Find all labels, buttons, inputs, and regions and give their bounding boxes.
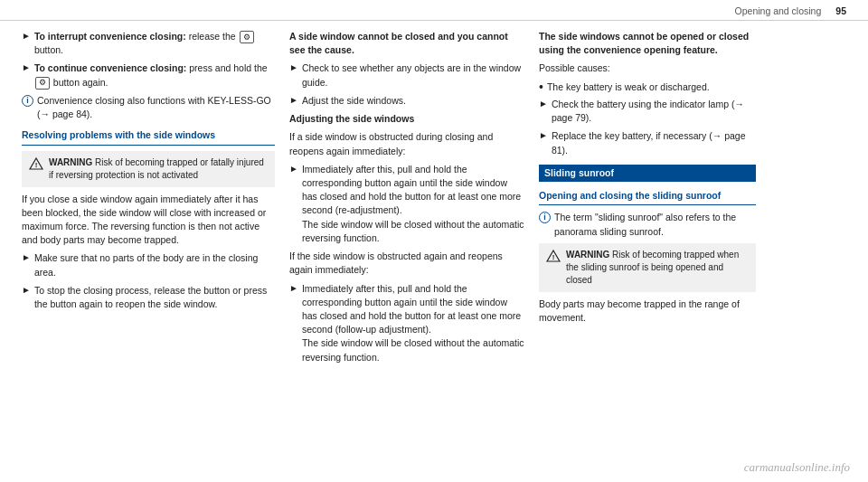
- info-icon-1: i: [22, 95, 33, 107]
- arrow-icon-7: ►: [289, 163, 298, 245]
- main-content: ► To interrupt convenience closing: rele…: [0, 21, 868, 474]
- section-opening-closing: Opening and closing the sliding sunroof: [539, 189, 756, 205]
- dot-icon-1: •: [539, 80, 543, 94]
- svg-text:!: !: [35, 161, 38, 169]
- mid-bullet-1: ► Check to see whether any objects are i…: [289, 61, 524, 89]
- mid-body-2: If the side window is obstructed again a…: [289, 250, 524, 277]
- warning-triangle-icon-2: !: [546, 250, 561, 262]
- arrow-icon-8: ►: [289, 282, 298, 364]
- right-arrow-1: ► Check the battery using the indicator …: [539, 98, 756, 125]
- right-dot-bullet: • The key battery is weak or discharged.: [539, 80, 756, 94]
- right-body-text: Body parts may become trapped in the ran…: [539, 298, 756, 325]
- mid-heading-bold: A side window cannot be closed and you c…: [289, 31, 508, 55]
- info-keyless: i Convenience closing also functions wit…: [22, 94, 275, 121]
- mid-bullet-2: ► Adjust the side windows.: [289, 94, 524, 108]
- info-keyless-text: Convenience closing also functions with …: [37, 94, 275, 121]
- arrow-icon-9: ►: [539, 98, 548, 125]
- sub-bullet-2-text: To stop the closing process, release the…: [34, 284, 275, 311]
- sub-bullet-1: ► Make sure that no parts of the body ar…: [22, 251, 275, 279]
- possible-causes-label: Possible causes:: [539, 61, 756, 75]
- page-number: 95: [835, 5, 846, 16]
- right-dot-text: The key battery is weak or discharged.: [547, 80, 710, 94]
- mid-arrow-2: ► Immediately after this, pull and hold …: [289, 282, 524, 364]
- mid-arrow-2-text: Immediately after this, pull and hold th…: [302, 282, 524, 364]
- arrow-icon-5: ►: [289, 61, 298, 89]
- arrow-icon-2: ►: [22, 61, 31, 89]
- right-arrow-2-text: Replace the key battery, if necessary (→…: [552, 129, 756, 156]
- warning-bold-1: WARNING: [49, 157, 92, 167]
- continue-text: To continue convenience closing: press a…: [34, 61, 275, 89]
- arrow-icon-4: ►: [22, 284, 31, 311]
- warning-box-1: ! WARNING Risk of becoming trapped or fa…: [22, 151, 275, 187]
- mid-bullet-2-text: Adjust the side windows.: [302, 94, 406, 108]
- warning-text-1: WARNING Risk of becoming trapped or fata…: [49, 156, 268, 182]
- arrow-icon-3: ►: [22, 251, 31, 279]
- section-label: Opening and closing: [735, 5, 822, 16]
- watermark: carmanualsonline.info: [744, 460, 850, 475]
- info-sliding: i The term "sliding sunroof" also refers…: [539, 211, 756, 238]
- key-button-2: ⚙: [35, 77, 50, 90]
- right-arrow-1-text: Check the battery using the indicator la…: [552, 98, 756, 125]
- adjusting-heading-bold: Adjusting the side windows: [289, 113, 414, 124]
- sub-bullet-2: ► To stop the closing process, release t…: [22, 284, 275, 311]
- body-paragraph-1: If you close a side window again immedia…: [22, 193, 275, 248]
- continue-bold: To continue convenience closing:: [34, 62, 186, 73]
- warning-triangle-icon-1: !: [29, 157, 43, 170]
- arrow-icon-10: ►: [539, 129, 548, 156]
- col-mid: A side window cannot be closed and you c…: [289, 30, 524, 467]
- arrow-icon-6: ►: [289, 94, 298, 108]
- info-icon-2: i: [539, 212, 551, 223]
- adjusting-heading: Adjusting the side windows: [289, 112, 524, 126]
- mid-arrow-1: ► Immediately after this, pull and hold …: [289, 163, 524, 245]
- key-button-1: ⚙: [240, 31, 254, 43]
- mid-heading: A side window cannot be closed and you c…: [289, 30, 524, 57]
- interrupt-text: To interrupt convenience closing: releas…: [34, 30, 275, 57]
- bullet-interrupt: ► To interrupt convenience closing: rele…: [22, 30, 275, 57]
- page-container: Opening and closing 95 ► To interrupt co…: [0, 0, 868, 482]
- sub-bullet-1-text: Make sure that no parts of the body are …: [34, 251, 275, 279]
- mid-body-1: If a side window is obstructed during cl…: [289, 130, 524, 157]
- mid-arrow-1-text: Immediately after this, pull and hold th…: [302, 163, 524, 245]
- section-resolving: Resolving problems with the side windows: [22, 128, 275, 145]
- right-heading: The side windows cannot be opened or clo…: [539, 30, 756, 57]
- mid-bullet-1-text: Check to see whether any objects are in …: [302, 61, 524, 89]
- interrupt-bold: To interrupt convenience closing:: [34, 31, 186, 42]
- col-right: The side windows cannot be opened or clo…: [539, 30, 756, 467]
- arrow-icon-1: ►: [22, 30, 31, 57]
- col-left: ► To interrupt convenience closing: rele…: [22, 30, 275, 467]
- warning-bold-2: WARNING: [566, 250, 609, 260]
- bullet-continue: ► To continue convenience closing: press…: [22, 61, 275, 89]
- info-sliding-text: The term "sliding sunroof" also refers t…: [554, 211, 756, 238]
- right-heading-bold: The side windows cannot be opened or clo…: [539, 31, 749, 55]
- svg-text:!: !: [552, 253, 555, 261]
- section-sliding-sunroof: Sliding sunroof: [539, 165, 756, 182]
- warning-text-2: WARNING Risk of becoming trapped when th…: [566, 249, 749, 287]
- right-arrow-2: ► Replace the key battery, if necessary …: [539, 129, 756, 156]
- warning-box-2: ! WARNING Risk of becoming trapped when …: [539, 243, 756, 292]
- page-header: Opening and closing 95: [0, 0, 868, 21]
